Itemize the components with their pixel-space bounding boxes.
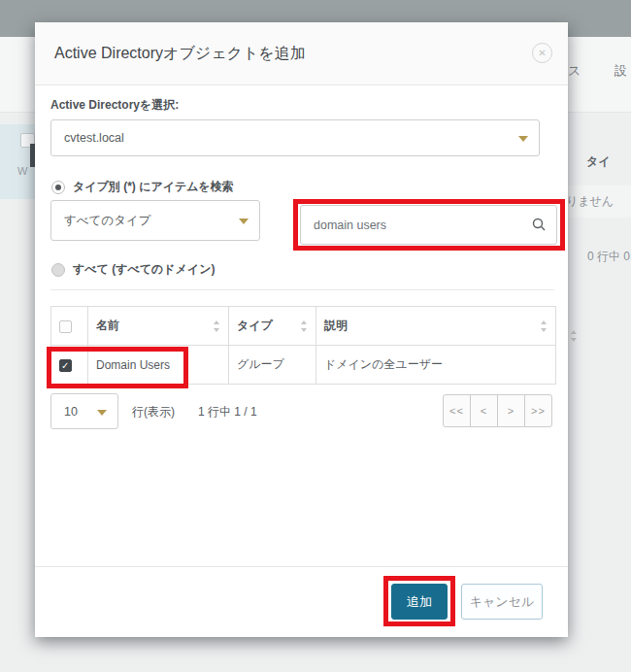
ad-select-label: Active Directoryを選択: [50, 97, 179, 114]
search-by-type-radio[interactable] [51, 181, 65, 194]
screen: ス 設 W タイ りません 0 行中 0 Active Directoryオブジ… [0, 0, 631, 672]
table-row[interactable]: Domain Users グループ ドメインの全ユーザー [51, 346, 556, 385]
sort-icon [570, 330, 579, 342]
sort-icon[interactable] [213, 320, 221, 332]
close-icon[interactable]: ✕ [532, 43, 552, 63]
header-type-label: タイプ [237, 319, 273, 332]
row-range-label: 1 行中 1 / 1 [198, 404, 257, 420]
pagination-next-button[interactable]: > [497, 394, 525, 427]
type-select-value: すべてのタイプ [64, 213, 151, 229]
background-empty-message: りません [566, 193, 614, 210]
row-description-cell: ドメインの全ユーザー [316, 346, 556, 385]
table-header-row: 名前 タイプ 説明 [51, 307, 556, 346]
row-type-cell: グループ [229, 346, 316, 385]
sort-icon[interactable] [300, 320, 309, 332]
add-button[interactable]: 追加 [391, 584, 448, 620]
domain-select-value: cvtest.local [64, 131, 124, 145]
sort-icon[interactable] [540, 320, 548, 332]
type-select[interactable]: すべてのタイプ [50, 200, 260, 241]
header-type[interactable]: タイプ [229, 307, 316, 346]
all-domains-radio-row: すべて (すべてのドメイン) [51, 261, 215, 278]
pagination-last-button[interactable]: >> [524, 394, 552, 427]
cancel-button[interactable]: キャンセル [461, 584, 543, 620]
pagination-first-button[interactable]: << [443, 394, 471, 427]
add-ad-object-dialog: Active Directoryオブジェクトを追加 ✕ Active Direc… [35, 22, 568, 636]
background-row-count: 0 行中 0 [587, 249, 630, 265]
all-domains-radio[interactable] [51, 263, 65, 277]
header-description-label: 説明 [324, 319, 348, 332]
chevron-down-icon [97, 410, 107, 416]
background-tab-partial: ス [568, 62, 581, 80]
search-input[interactable] [300, 205, 557, 245]
rows-per-page-label: 行(表示) [132, 404, 175, 420]
header-name[interactable]: 名前 [88, 307, 229, 346]
page-size-value: 10 [64, 405, 78, 419]
search-by-type-radio-label[interactable]: タイプ別 (*) にアイテムを検索 [73, 179, 234, 195]
header-description[interactable]: 説明 [316, 307, 556, 346]
row-name-cell: Domain Users [88, 346, 229, 385]
background-partial-label: W [17, 165, 27, 177]
divider [50, 289, 554, 290]
domain-select[interactable]: cvtest.local [50, 119, 540, 156]
pagination-prev-button[interactable]: < [470, 394, 498, 427]
background-tab-partial: 設 [614, 62, 627, 80]
row-checkbox[interactable] [59, 359, 72, 372]
chevron-down-icon [518, 136, 528, 142]
search-by-type-radio-row: タイプ別 (*) にアイテムを検索 [51, 179, 234, 195]
dialog-header: Active Directoryオブジェクトを追加 ✕ [35, 22, 568, 85]
pagination-controls: << < > >> [443, 394, 552, 427]
header-select-all-cell[interactable] [51, 307, 88, 346]
dialog-title: Active Directoryオブジェクトを追加 [54, 44, 306, 64]
page-size-select[interactable]: 10 [50, 393, 118, 429]
dialog-footer: 追加 キャンセル [35, 566, 568, 637]
search-icon[interactable] [532, 218, 546, 231]
background-column-header-partial: タイ [586, 153, 611, 170]
all-domains-radio-label[interactable]: すべて (すべてのドメイン) [73, 261, 215, 278]
chevron-down-icon [239, 218, 249, 224]
ad-objects-table: 名前 タイプ 説明 Domain Users グループ ドメインの全ユ [50, 306, 556, 385]
header-name-label: 名前 [96, 319, 119, 332]
select-all-checkbox[interactable] [59, 320, 72, 333]
row-select-cell[interactable] [51, 346, 88, 385]
